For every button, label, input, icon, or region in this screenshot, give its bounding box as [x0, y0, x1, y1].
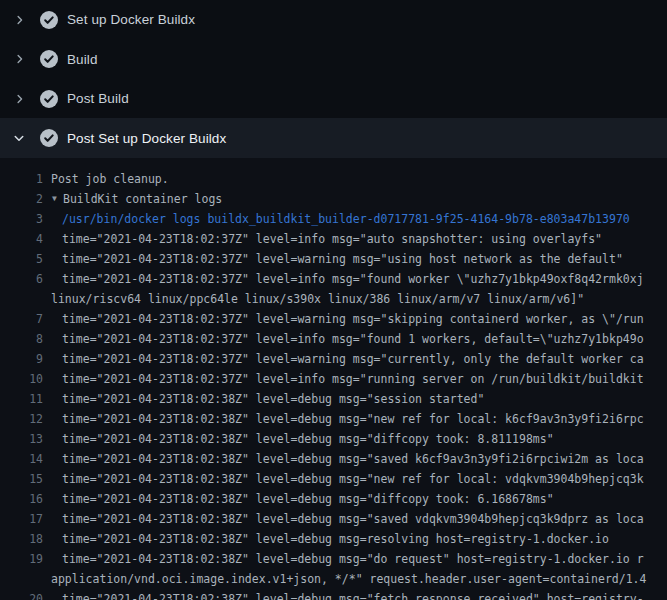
steps-list: Set up Docker Buildx Build Post Build	[0, 0, 667, 158]
log-line-text: application/vnd.oci.image.index.v1+json,…	[51, 569, 646, 589]
step-label: Set up Docker Buildx	[67, 12, 195, 27]
log-line-text: time="2021-04-23T18:02:38Z" level=debug …	[62, 509, 644, 529]
log-row: 16time="2021-04-23T18:02:38Z" level=debu…	[0, 489, 667, 509]
log-row: 11time="2021-04-23T18:02:38Z" level=debu…	[0, 389, 667, 409]
log-row: 7time="2021-04-23T18:02:37Z" level=warni…	[0, 309, 667, 329]
line-number[interactable]: 11	[0, 389, 43, 409]
line-number[interactable]: 15	[0, 469, 43, 489]
check-circle-icon	[40, 11, 58, 29]
log-line-text: time="2021-04-23T18:02:38Z" level=debug …	[62, 429, 554, 449]
line-number[interactable]: 10	[0, 369, 43, 389]
log-line-text: time="2021-04-23T18:02:38Z" level=debug …	[62, 589, 644, 600]
line-number	[0, 289, 43, 309]
line-number[interactable]: 2	[0, 189, 43, 209]
log-line-text: time="2021-04-23T18:02:38Z" level=debug …	[62, 449, 644, 469]
log-line-text: time="2021-04-23T18:02:37Z" level=info m…	[62, 369, 644, 389]
line-number[interactable]: 14	[0, 449, 43, 469]
log-row: 9time="2021-04-23T18:02:37Z" level=warni…	[0, 349, 667, 369]
step-header-build[interactable]: Build	[0, 39, 667, 79]
chevron-right-icon	[13, 93, 25, 105]
check-circle-icon	[40, 90, 58, 108]
log-row: 19time="2021-04-23T18:02:38Z" level=debu…	[0, 549, 667, 569]
log-row-wrap: application/vnd.oci.image.index.v1+json,…	[0, 569, 667, 589]
log-row: 15time="2021-04-23T18:02:38Z" level=debu…	[0, 469, 667, 489]
line-number[interactable]: 5	[0, 249, 43, 269]
log-line-text: time="2021-04-23T18:02:38Z" level=debug …	[62, 529, 609, 549]
line-number[interactable]: 19	[0, 549, 43, 569]
line-number[interactable]: 12	[0, 409, 43, 429]
triangle-down-icon[interactable]: ▼	[52, 189, 63, 209]
log-line-text: time="2021-04-23T18:02:37Z" level=warnin…	[62, 249, 623, 269]
check-circle-icon	[40, 50, 58, 68]
log-row: 10time="2021-04-23T18:02:37Z" level=info…	[0, 369, 667, 389]
log-line-text: time="2021-04-23T18:02:38Z" level=debug …	[62, 549, 644, 569]
log-group-title: BuildKit container logs	[63, 189, 222, 209]
log-line-text: time="2021-04-23T18:02:38Z" level=debug …	[62, 469, 644, 489]
line-number[interactable]: 4	[0, 229, 43, 249]
log-line-text: time="2021-04-23T18:02:38Z" level=debug …	[62, 389, 484, 409]
log-line-text: time="2021-04-23T18:02:37Z" level=warnin…	[62, 309, 644, 329]
log-line-text: Post job cleanup.	[51, 169, 169, 189]
chevron-right-icon	[13, 53, 25, 65]
log-row: 8time="2021-04-23T18:02:37Z" level=info …	[0, 329, 667, 349]
chevron-right-icon	[13, 14, 25, 26]
step-label: Post Build	[67, 91, 129, 106]
step-header-post-set-up-docker-buildx[interactable]: Post Set up Docker Buildx	[0, 118, 667, 158]
line-number[interactable]: 7	[0, 309, 43, 329]
log-row: 17time="2021-04-23T18:02:38Z" level=debu…	[0, 509, 667, 529]
log-line-text: time="2021-04-23T18:02:38Z" level=debug …	[62, 409, 644, 429]
log-row: 1Post job cleanup.	[0, 169, 667, 189]
log-row: 5time="2021-04-23T18:02:37Z" level=warni…	[0, 249, 667, 269]
line-number[interactable]: 17	[0, 509, 43, 529]
line-number[interactable]: 13	[0, 429, 43, 449]
step-label: Build	[67, 52, 98, 67]
log-area[interactable]: 1Post job cleanup. 2▼BuildKit container …	[0, 158, 667, 600]
log-row: 20time="2021-04-23T18:02:38Z" level=debu…	[0, 589, 667, 600]
log-line-text: time="2021-04-23T18:02:37Z" level=info m…	[62, 329, 644, 349]
line-number[interactable]: 16	[0, 489, 43, 509]
log-row-command: 3/usr/bin/docker logs buildx_buildkit_bu…	[0, 209, 667, 229]
step-header-set-up-docker-buildx[interactable]: Set up Docker Buildx	[0, 0, 667, 39]
step-label: Post Set up Docker Buildx	[67, 131, 226, 146]
workflow-log-panel: Set up Docker Buildx Build Post Build	[0, 0, 667, 600]
check-circle-icon	[40, 129, 58, 147]
log-line-text: time="2021-04-23T18:02:37Z" level=info m…	[62, 229, 602, 249]
chevron-down-icon	[13, 132, 25, 144]
log-line-text: linux/riscv64 linux/ppc64le linux/s390x …	[51, 289, 584, 309]
log-row-wrap: linux/riscv64 linux/ppc64le linux/s390x …	[0, 289, 667, 309]
line-number[interactable]: 3	[0, 209, 43, 229]
log-row: 4time="2021-04-23T18:02:37Z" level=info …	[0, 229, 667, 249]
log-row: 12time="2021-04-23T18:02:38Z" level=debu…	[0, 409, 667, 429]
log-row: 13time="2021-04-23T18:02:38Z" level=debu…	[0, 429, 667, 449]
step-header-post-build[interactable]: Post Build	[0, 79, 667, 118]
log-row: 18time="2021-04-23T18:02:38Z" level=debu…	[0, 529, 667, 549]
line-number[interactable]: 6	[0, 269, 43, 289]
line-number[interactable]: 20	[0, 589, 43, 600]
log-line-text: time="2021-04-23T18:02:37Z" level=warnin…	[62, 349, 644, 369]
line-number[interactable]: 1	[0, 169, 43, 189]
log-line-text: time="2021-04-23T18:02:37Z" level=info m…	[62, 269, 644, 289]
log-line-text: time="2021-04-23T18:02:38Z" level=debug …	[62, 489, 554, 509]
log-row: 14time="2021-04-23T18:02:38Z" level=debu…	[0, 449, 667, 469]
log-row: 6time="2021-04-23T18:02:37Z" level=info …	[0, 269, 667, 289]
line-number	[0, 569, 43, 589]
line-number[interactable]: 9	[0, 349, 43, 369]
line-number[interactable]: 18	[0, 529, 43, 549]
log-group-header[interactable]: 2▼BuildKit container logs	[0, 189, 667, 209]
command-line-text: /usr/bin/docker logs buildx_buildkit_bui…	[62, 209, 630, 229]
line-number[interactable]: 8	[0, 329, 43, 349]
